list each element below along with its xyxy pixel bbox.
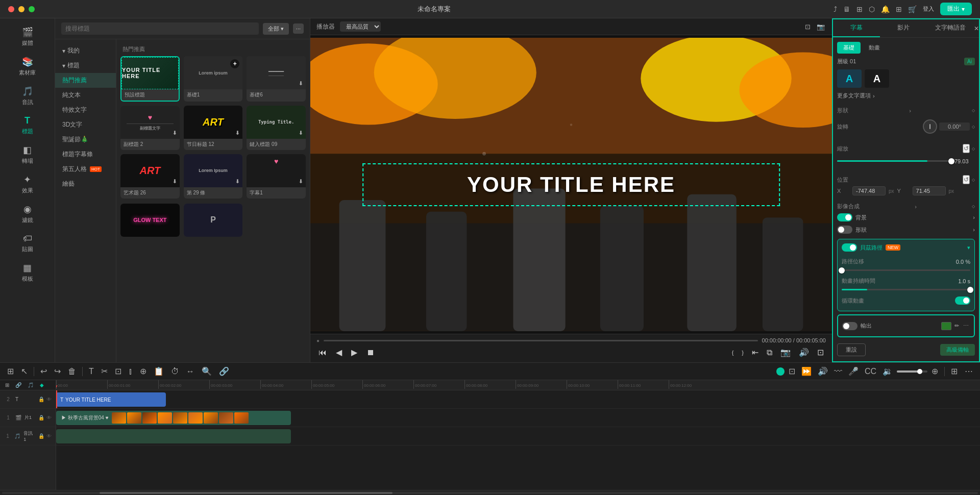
crop-tool[interactable]: ⊡ <box>113 365 124 377</box>
cursor-button[interactable]: ↖ <box>19 365 30 377</box>
video-clip[interactable]: ▶ 秋季古風背景04 ♥ <box>56 411 291 425</box>
cut-tool[interactable]: ✂ <box>99 365 110 377</box>
time-tool[interactable]: ⏱ <box>169 366 181 377</box>
zoom-in-tool[interactable]: 🔍 <box>200 365 214 377</box>
add-icon[interactable]: + <box>230 59 239 68</box>
sidebar-item-library[interactable]: 📚 素材庫 <box>5 52 51 81</box>
sidebar-item-filters[interactable]: ◉ 濾鏡 <box>5 200 51 228</box>
sidebar-item-transitions[interactable]: ◧ 轉場 <box>5 140 51 169</box>
nav-holiday[interactable]: 聖誕節🎄 <box>55 132 116 147</box>
message-icon[interactable]: 🖥 <box>843 5 850 13</box>
audio-mini[interactable]: 🎵 <box>26 381 36 389</box>
template-subtitle1[interactable]: ♥ ⬇ 字幕1 <box>247 154 306 199</box>
volume-slider[interactable] <box>897 370 927 373</box>
nav-titles[interactable]: ▾ 標題 <box>55 58 116 73</box>
path-offset-slider[interactable] <box>842 269 970 271</box>
export-button[interactable]: 匯出 ▾ <box>940 3 972 15</box>
minimize-button[interactable] <box>18 6 24 12</box>
mic-button[interactable]: 🎤 <box>846 365 861 377</box>
sidebar-item-templates[interactable]: ▦ 模板 <box>5 258 51 287</box>
nav-my[interactable]: ▾ 我的 <box>55 43 116 58</box>
link-mini[interactable]: 🔗 <box>13 381 23 389</box>
copy-button[interactable]: ⧉ <box>765 347 774 358</box>
quality-select[interactable]: 最高品質 <box>340 21 381 32</box>
scrollbar-thumb[interactable] <box>100 492 393 494</box>
advanced-button[interactable]: 高級備軸 <box>940 344 975 356</box>
subtab-animation[interactable]: 動畫 <box>863 42 886 54</box>
search-input[interactable] <box>61 22 259 35</box>
color-settings-button[interactable]: ⋯ <box>962 321 970 330</box>
nav-subtitle[interactable]: 標題字幕條 <box>55 147 116 162</box>
login-button[interactable]: 登入 <box>923 5 934 13</box>
maximize-button[interactable] <box>29 6 35 12</box>
close-panel-button[interactable]: ✕ <box>974 19 979 37</box>
screenshot-icon[interactable]: 📷 <box>816 22 826 32</box>
template-basic6[interactable]: ━━━━━━ ⬇ 基礎6 <box>247 56 306 102</box>
filter-button[interactable]: 全部 ▾ <box>263 23 289 35</box>
apps-icon[interactable]: ⊞ <box>896 5 902 13</box>
record-button[interactable] <box>776 367 785 376</box>
reset-button[interactable]: 重設 <box>837 343 866 356</box>
template-sub2[interactable]: ♥ 副標題文字 ⬇ 副標題 2 <box>120 106 180 150</box>
scrubber-track[interactable] <box>324 340 758 341</box>
more-button[interactable]: ··· <box>293 23 304 34</box>
prev-frame-button[interactable]: ⇤ <box>750 346 761 358</box>
template-lorem[interactable]: Lorem Ipsum ⬇ 第 29 條 <box>184 154 243 199</box>
title-overlay[interactable]: YOUR TITLE HERE <box>362 163 780 206</box>
position-x[interactable] <box>852 186 886 195</box>
tab-video[interactable]: 影片 <box>880 19 927 37</box>
position-y[interactable] <box>913 186 946 195</box>
text-style-2[interactable]: A <box>865 69 889 88</box>
ai-edit-button[interactable]: Ai <box>964 58 975 65</box>
position-keyframe[interactable]: ◇ <box>972 178 975 182</box>
duration-slider[interactable] <box>842 289 970 290</box>
link-tool[interactable]: 🔗 <box>217 365 231 377</box>
split-tool[interactable]: ⫿ <box>127 366 135 377</box>
scale-keyframe[interactable]: ◇ <box>972 146 975 151</box>
nav-effects-text[interactable]: 特效文字 <box>55 103 116 117</box>
bell-icon[interactable]: 🔔 <box>881 5 890 13</box>
fullscreen-icon[interactable]: ⊡ <box>804 22 812 32</box>
tab-subtitle[interactable]: 字幕 <box>833 19 880 37</box>
undo-button[interactable]: ↩ <box>38 365 49 377</box>
template-festival[interactable]: ART ⬇ 节日标题 12 <box>184 106 243 150</box>
add-track-button[interactable]: ⊕ <box>929 365 940 377</box>
loop-toggle[interactable] <box>955 296 970 305</box>
mark-out-button[interactable]: } <box>740 349 746 357</box>
audio-clip[interactable] <box>56 429 291 443</box>
back-skip-button[interactable]: ⏮ <box>316 347 329 358</box>
more-options-button[interactable]: ⋯ <box>963 365 975 377</box>
play-button[interactable]: ▶ <box>349 346 359 358</box>
lock-track-text[interactable]: 🔒 <box>38 397 44 402</box>
sidebar-item-effects[interactable]: ✦ 效果 <box>5 170 51 199</box>
mute-button[interactable]: 🔊 <box>816 365 830 377</box>
subtitle-button[interactable]: CC <box>863 366 878 377</box>
text-tool[interactable]: T <box>87 366 96 377</box>
template-glow[interactable]: GLOW TEXT <box>120 204 180 237</box>
magnet-button[interactable]: ⊞ <box>5 365 16 377</box>
nav-plain[interactable]: 純文本 <box>55 88 116 103</box>
edit-color-button[interactable]: ✏ <box>953 321 960 330</box>
output-toggle[interactable] <box>842 322 857 330</box>
add-track-mini[interactable]: ⊞ <box>3 381 11 389</box>
scale-reset[interactable]: ↺ <box>963 144 970 153</box>
subtab-basic[interactable]: 基礎 <box>837 42 861 54</box>
template-art26[interactable]: ART ⬇ 艺术题 26 <box>120 154 180 199</box>
stop-button[interactable]: ⏹ <box>364 347 377 358</box>
tab-transcription[interactable]: 文字轉語音 <box>927 19 974 37</box>
nav-hot[interactable]: 熱門推薦 <box>55 73 116 88</box>
share-icon[interactable]: ⊞ <box>856 5 863 13</box>
sidebar-item-titles[interactable]: T 標題 <box>5 111 51 139</box>
sidebar-item-stickers[interactable]: 🏷 貼圖 <box>5 229 51 257</box>
blend-section[interactable]: 影像合成 › ◇ <box>837 200 975 211</box>
sidebar-item-audio[interactable]: 🎵 音訊 <box>5 82 51 110</box>
cloud-icon[interactable]: ⬡ <box>869 5 875 13</box>
snapshot-button[interactable]: 📷 <box>778 346 793 358</box>
waveform-button[interactable]: 〰 <box>832 366 844 377</box>
text-clip[interactable]: T YOUR TITLE HERE <box>56 392 166 407</box>
copy-tool[interactable]: ⊕ <box>138 365 149 377</box>
marker-mini[interactable]: ◆ <box>38 381 46 389</box>
text-style-1[interactable]: A <box>837 69 862 88</box>
sidebar-item-media[interactable]: 🎬 媒體 <box>5 22 51 51</box>
scrollbar-track[interactable] <box>2 492 978 494</box>
